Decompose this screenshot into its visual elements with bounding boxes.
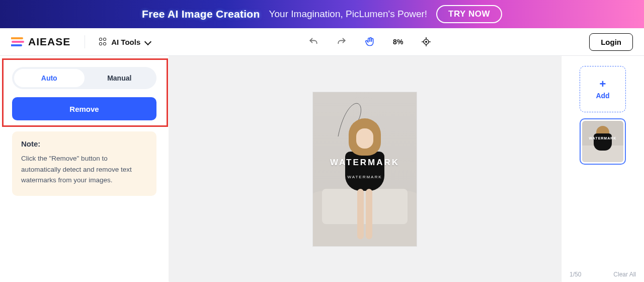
ai-tools-label: AI Tools — [111, 38, 140, 46]
separator — [85, 35, 85, 48]
plus-icon: + — [600, 79, 606, 90]
watermark-text: WATERMARK — [330, 158, 399, 168]
brand-logo[interactable]: AIEASE — [11, 36, 70, 48]
center-target-button[interactable] — [421, 37, 431, 47]
canvas-image[interactable]: WATERMARK WATERMARK — [313, 92, 417, 246]
tab-auto[interactable]: Auto — [14, 69, 85, 87]
note-body: Click the "Remove" button to automatical… — [21, 153, 147, 186]
svg-point-1 — [426, 41, 427, 43]
zoom-level: 8% — [393, 38, 403, 46]
image-counter: 1/50 — [570, 271, 581, 278]
mode-segmented-control: Auto Manual — [12, 67, 156, 89]
note-title: Note: — [21, 139, 147, 148]
thumbnail-watermark: WATERMARK — [589, 136, 617, 140]
canvas-toolbar: 8% — [159, 37, 580, 47]
clear-all-button[interactable]: Clear All — [613, 271, 636, 278]
editor-canvas[interactable]: WATERMARK WATERMARK — [169, 56, 561, 282]
brand-name: AIEASE — [28, 36, 70, 48]
grid-icon — [99, 38, 107, 46]
brand-icon — [11, 37, 24, 47]
rightbar-footer: 1/50 Clear All — [570, 267, 636, 278]
tab-manual[interactable]: Manual — [85, 69, 155, 87]
thumbnail-selected[interactable]: WATERMARK — [580, 118, 626, 165]
topbar: AIEASE AI Tools 8% Login — [0, 28, 644, 56]
right-sidebar: + Add WATERMARK 1/50 Clear All — [561, 56, 644, 282]
ai-tools-dropdown[interactable]: AI Tools — [99, 38, 150, 46]
left-sidebar: Auto Manual Remove Note: Click the "Remo… — [0, 56, 169, 282]
watermark-subtext: WATERMARK — [347, 174, 382, 179]
main-area: Auto Manual Remove Note: Click the "Remo… — [0, 56, 644, 282]
promo-subtitle: Your Imagination, PicLumen's Power! — [269, 9, 427, 20]
note-card: Note: Click the "Remove" button to autom… — [12, 131, 156, 196]
add-image-button[interactable]: + Add — [580, 66, 626, 112]
login-button[interactable]: Login — [589, 33, 633, 51]
pan-hand-button[interactable] — [365, 37, 375, 47]
undo-button[interactable] — [308, 37, 318, 47]
remove-button[interactable]: Remove — [12, 97, 156, 120]
add-label: Add — [596, 92, 609, 100]
promo-title: Free AI Image Creation — [142, 8, 260, 20]
chevron-down-icon — [144, 38, 151, 45]
promo-banner: Free AI Image Creation Your Imagination,… — [0, 0, 644, 28]
try-now-button[interactable]: TRY NOW — [436, 5, 502, 23]
redo-button[interactable] — [337, 37, 347, 47]
